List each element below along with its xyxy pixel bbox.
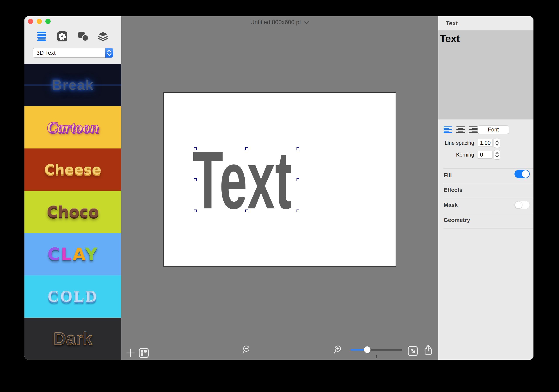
- zoom-slider-thumb[interactable]: [364, 346, 371, 353]
- zoom-in-icon[interactable]: [333, 345, 343, 355]
- style-presets-list: Break Cartoon Cheese Choco CLAY COLD Dar…: [24, 64, 121, 360]
- styles-list-icon[interactable]: [36, 31, 47, 42]
- section-divider: [444, 213, 533, 213]
- text-content-editor[interactable]: Text: [438, 30, 533, 119]
- mask-toggle-knob: [515, 201, 522, 209]
- style-preset-label: Choco: [47, 203, 99, 221]
- section-divider: [444, 183, 533, 183]
- kerning-stepper[interactable]: [494, 150, 500, 160]
- style-preset-cartoon[interactable]: Cartoon: [24, 106, 121, 148]
- minimize-window-button[interactable]: [37, 19, 42, 24]
- line-spacing-stepper[interactable]: [494, 138, 500, 148]
- document-title[interactable]: Untitled 800x600 pt: [121, 19, 438, 26]
- style-preset-cheese[interactable]: Cheese: [24, 148, 121, 191]
- settings-gear-icon[interactable]: [56, 31, 68, 42]
- mask-toggle[interactable]: [514, 201, 530, 209]
- text-content-value: Text: [440, 33, 460, 45]
- style-preset-dark[interactable]: Dark: [24, 318, 121, 360]
- share-export-button[interactable]: [423, 344, 433, 356]
- title-chevron-down-icon: [304, 21, 309, 24]
- inspector-header-title: Text: [446, 16, 458, 30]
- selection-handle[interactable]: [194, 178, 197, 181]
- selection-handle[interactable]: [194, 210, 197, 212]
- selection-handle[interactable]: [297, 210, 299, 212]
- style-preset-label: COLD: [47, 288, 98, 306]
- selection-box[interactable]: [196, 149, 298, 211]
- mask-section-label: Mask: [444, 202, 458, 209]
- style-preset-label: Dark: [54, 329, 92, 349]
- selection-handle[interactable]: [297, 178, 299, 181]
- shapes-icon[interactable]: [78, 31, 89, 42]
- inspector-header: Text: [438, 16, 533, 30]
- add-object-button[interactable]: [126, 349, 135, 357]
- close-window-button[interactable]: [28, 19, 33, 24]
- style-preset-label: Cheese: [45, 162, 102, 178]
- layers-icon[interactable]: [97, 31, 109, 42]
- canvas-area: Untitled 800x600 pt Text: [121, 16, 438, 360]
- zoom-slider[interactable]: [351, 349, 402, 351]
- line-spacing-label: Line spacing: [444, 140, 474, 146]
- kerning-field[interactable]: 0: [478, 151, 493, 158]
- style-preset-cold[interactable]: COLD: [24, 275, 121, 318]
- geometry-section-label[interactable]: Geometry: [444, 217, 470, 223]
- fit-to-screen-button[interactable]: [408, 346, 418, 356]
- section-divider: [444, 198, 533, 198]
- zoom-out-icon[interactable]: [242, 345, 252, 355]
- zoom-window-button[interactable]: [45, 19, 51, 24]
- selection-handle[interactable]: [297, 147, 299, 150]
- fill-toggle[interactable]: [514, 170, 530, 178]
- dropdown-chevrons-icon: [105, 48, 113, 58]
- artboard[interactable]: Text: [163, 92, 396, 267]
- style-category-value: 3D Text: [37, 48, 56, 57]
- style-preset-break[interactable]: Break: [24, 64, 121, 106]
- line-spacing-field[interactable]: 1.00: [478, 139, 493, 147]
- kerning-label: Kerning: [444, 152, 474, 158]
- sidebar: 3D Text Break Cartoon Cheese Choco CLAY …: [24, 16, 121, 360]
- inspector-panel: Text Text Font: [438, 16, 533, 360]
- effects-section-label[interactable]: Effects: [444, 187, 463, 193]
- style-preset-label: Cartoon: [47, 119, 99, 136]
- style-preset-clay[interactable]: CLAY: [24, 233, 121, 275]
- fill-section-label: Fill: [444, 172, 452, 179]
- selection-handle[interactable]: [194, 147, 197, 150]
- layout-grid-button[interactable]: [139, 348, 149, 358]
- style-preset-label: CLAY: [47, 244, 98, 264]
- fill-toggle-knob: [522, 170, 529, 178]
- font-button[interactable]: Font: [478, 125, 509, 134]
- section-divider: [444, 168, 533, 169]
- selection-handle[interactable]: [245, 147, 248, 150]
- style-preset-choco[interactable]: Choco: [24, 191, 121, 233]
- style-category-dropdown[interactable]: 3D Text: [33, 48, 113, 58]
- align-center-button[interactable]: [456, 127, 465, 133]
- style-preset-label: Break: [52, 77, 94, 93]
- zoom-slider-center-tick: [376, 355, 377, 358]
- app-window: 3D Text Break Cartoon Cheese Choco CLAY …: [24, 16, 533, 360]
- align-right-button[interactable]: [469, 127, 478, 133]
- section-divider: [444, 228, 533, 228]
- align-left-button[interactable]: [444, 127, 452, 133]
- selection-handle[interactable]: [245, 210, 248, 212]
- sidebar-header: 3D Text: [24, 16, 121, 64]
- screen: 3D Text Break Cartoon Cheese Choco CLAY …: [0, 0, 559, 392]
